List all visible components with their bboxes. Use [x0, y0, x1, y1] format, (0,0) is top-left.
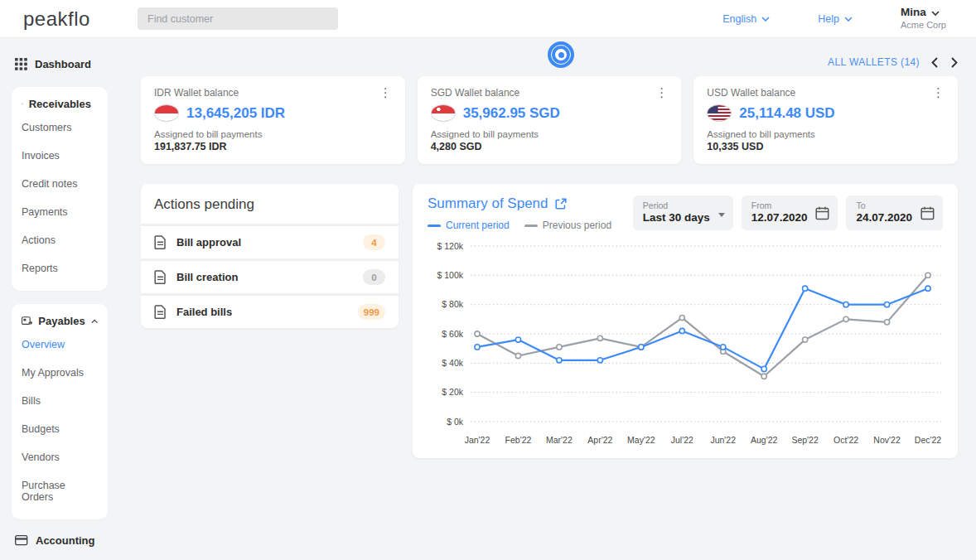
- svg-text:Sep'22: Sep'22: [791, 435, 819, 445]
- count-badge: 999: [358, 304, 385, 320]
- actions-pending-title: Actions pending: [141, 184, 399, 224]
- sidebar-item-overview[interactable]: Overview: [22, 331, 98, 359]
- svg-text:Jul'22: Jul'22: [671, 435, 693, 445]
- legend-current-period: Current period: [428, 220, 510, 231]
- svg-text:Nov'22: Nov'22: [873, 435, 901, 445]
- accounting-label: Accounting: [36, 534, 95, 547]
- kebab-menu-icon[interactable]: ⋮: [376, 84, 395, 100]
- svg-text:$ 100k: $ 100k: [437, 270, 463, 280]
- sidebar-item-invoices[interactable]: Invoices: [22, 142, 98, 170]
- user-menu[interactable]: Mina Acme Corp: [901, 6, 946, 31]
- sidebar-item-vendors[interactable]: Vendors: [22, 443, 98, 471]
- sidebar-item-accounting[interactable]: Accounting: [15, 531, 128, 550]
- receivables-label: Receivables: [29, 98, 91, 110]
- wallet-amount: 25,114.48 USD: [739, 105, 834, 122]
- sidebar-item-credit-notes[interactable]: Credit notes: [22, 170, 98, 198]
- chevron-up-icon[interactable]: [97, 102, 98, 107]
- indonesia-flag-icon: [154, 104, 179, 122]
- count-badge: 0: [363, 269, 385, 285]
- help-dropdown[interactable]: Help: [818, 13, 853, 25]
- spend-line-chart: $ 0k$ 20k$ 40k$ 60k$ 80k$ 100k$ 120kJan'…: [428, 236, 943, 450]
- chevron-down-icon: [844, 17, 853, 22]
- calendar-icon: [920, 206, 935, 220]
- all-wallets-link[interactable]: ALL WALLETS (14): [828, 56, 920, 68]
- svg-text:$ 80k: $ 80k: [442, 299, 463, 309]
- kebab-menu-icon[interactable]: ⋮: [929, 84, 948, 100]
- language-dropdown[interactable]: English: [722, 13, 770, 25]
- assigned-label: Assigned to bill payments: [431, 129, 670, 139]
- svg-text:$ 0k: $ 0k: [447, 417, 464, 427]
- wallet-amount: 35,962.95 SGD: [463, 105, 560, 122]
- actions-pending-card: Actions pending Bill approval 4 Bill cre…: [141, 184, 399, 328]
- action-row-bill-creation[interactable]: Bill creation 0: [141, 258, 399, 293]
- singapore-flag-icon: [431, 104, 456, 122]
- peakflo-logo: peakflo: [23, 7, 131, 31]
- payables-label: Payables: [38, 315, 85, 327]
- sidebar-dashboard-label: Dashboard: [35, 58, 91, 70]
- action-row-bill-approval[interactable]: Bill approval 4: [141, 224, 399, 258]
- assigned-value: 4,280 SGD: [431, 141, 670, 152]
- svg-text:$ 60k: $ 60k: [442, 329, 463, 339]
- action-row-failed-bills[interactable]: Failed bills 999: [141, 293, 399, 328]
- receivables-icon: [22, 99, 23, 109]
- sidebar-item-payments[interactable]: Payments: [22, 198, 98, 226]
- document-icon: [154, 305, 167, 319]
- period-select[interactable]: Period Last 30 days: [633, 196, 733, 230]
- svg-text:May'22: May'22: [627, 435, 655, 445]
- sidebar-item-dashboard[interactable]: Dashboard: [15, 55, 128, 74]
- from-date-picker[interactable]: From 12.07.2020: [742, 196, 838, 230]
- wallet-amount: 13,645,205 IDR: [186, 105, 285, 122]
- click-indicator-icon: [548, 41, 574, 68]
- wallet-title: USD Wallet balance: [707, 87, 946, 99]
- language-label: English: [722, 13, 756, 25]
- svg-text:Dec'22: Dec'22: [915, 435, 942, 445]
- action-label: Bill approval: [176, 236, 241, 249]
- sidebar-item-receivables[interactable]: Receivables: [22, 98, 98, 110]
- chevron-up-icon[interactable]: [91, 319, 98, 324]
- wallet-card-usd: USD Wallet balance ⋮ 25,114.48 USD Assig…: [693, 76, 958, 164]
- payables-icon: [22, 316, 32, 326]
- chevron-right-icon[interactable]: [951, 57, 958, 68]
- chevron-down-icon: [761, 17, 770, 22]
- from-label: From: [751, 200, 808, 211]
- wallet-title: IDR Wallet balance: [154, 87, 394, 99]
- user-organization: Acme Corp: [901, 20, 946, 31]
- search-input[interactable]: [138, 7, 338, 30]
- sidebar-item-actions[interactable]: Actions: [22, 226, 98, 254]
- kebab-menu-icon[interactable]: ⋮: [652, 84, 671, 100]
- chevron-left-icon[interactable]: [931, 57, 938, 68]
- credit-card-icon: [15, 535, 28, 546]
- document-icon: [154, 235, 167, 249]
- assigned-label: Assigned to bill payments: [154, 129, 394, 139]
- sidebar-item-purchase-orders[interactable]: Purchase Orders: [22, 471, 98, 511]
- legend-dash-icon: [428, 224, 441, 227]
- sidebar: Dashboard Receivables Customers Invoices…: [0, 38, 128, 560]
- main-content: ALL WALLETS (14) IDR Wallet balance ⋮ 13…: [128, 38, 976, 560]
- grid-icon: [15, 58, 27, 70]
- legend-previous-period: Previous period: [524, 220, 611, 231]
- sidebar-item-reports[interactable]: Reports: [22, 254, 98, 282]
- summary-of-spend-link[interactable]: Summary of Spend: [428, 196, 611, 212]
- sidebar-item-customers[interactable]: Customers: [22, 113, 98, 142]
- wallet-title: SGD Wallet balance: [431, 87, 670, 99]
- sidebar-item-budgets[interactable]: Budgets: [22, 415, 98, 443]
- sidebar-item-bills[interactable]: Bills: [22, 387, 98, 415]
- sidebar-item-my-approvals[interactable]: My Approvals: [22, 359, 98, 387]
- chart-title: Summary of Spend: [428, 196, 548, 212]
- help-label: Help: [818, 13, 839, 25]
- dropdown-arrow-icon: [718, 213, 725, 217]
- svg-text:Oct'22: Oct'22: [833, 435, 858, 445]
- sidebar-item-payables[interactable]: Payables: [22, 315, 98, 327]
- top-bar: peakflo English Help Mina Acme Corp: [0, 0, 976, 38]
- wallet-card-idr: IDR Wallet balance ⋮ 13,645,205 IDR Assi…: [141, 76, 405, 164]
- svg-text:Apr'22: Apr'22: [587, 435, 612, 445]
- to-label: To: [856, 200, 912, 211]
- svg-text:$ 40k: $ 40k: [442, 358, 463, 368]
- to-date-picker[interactable]: To 24.07.2020: [846, 196, 943, 230]
- payables-group: Payables Overview My Approvals Bills Bud…: [12, 304, 108, 519]
- svg-text:Feb'22: Feb'22: [505, 435, 532, 445]
- receivables-group: Receivables Customers Invoices Credit no…: [12, 87, 108, 291]
- svg-text:$ 20k: $ 20k: [442, 387, 463, 397]
- assigned-label: Assigned to bill payments: [707, 129, 946, 139]
- assigned-value: 10,335 USD: [707, 141, 946, 152]
